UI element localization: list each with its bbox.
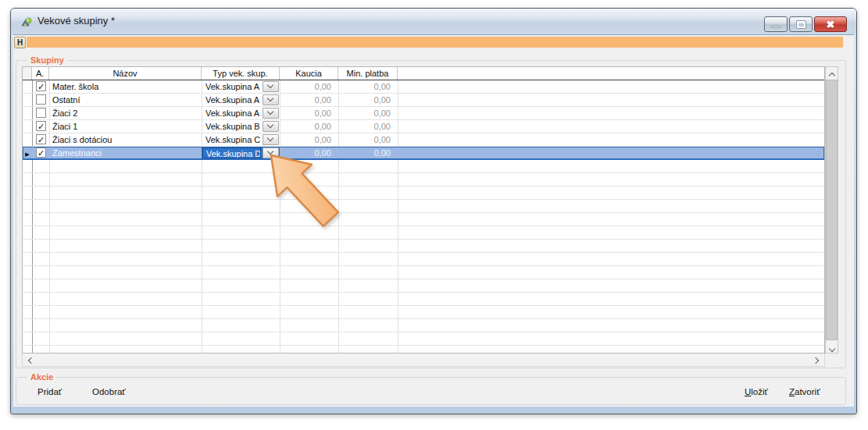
column-header-min-platba[interactable]: Min. platba [338,67,398,80]
typ-dropdown-button[interactable] [263,94,279,105]
chevron-down-icon [267,95,273,101]
min-platba-cell[interactable]: 0,00 [338,80,398,93]
scroll-down-button[interactable] [826,340,838,353]
empty-table-row[interactable] [23,200,824,213]
typ-cell[interactable]: Vek.skupina A [202,94,280,106]
kaucia-cell[interactable]: 0,00 [280,94,338,106]
nazov-cell[interactable]: Žiaci s dotáciou [49,133,202,146]
zatvorit-button[interactable]: Zatvoriť [789,387,820,396]
odobrat-button[interactable]: Odobrať [92,387,126,396]
accent-strip [27,37,843,48]
kaucia-cell[interactable]: 0,00 [280,80,338,93]
active-checkbox[interactable] [36,108,46,118]
h-toolbar-button[interactable]: H [14,37,26,48]
active-checkbox[interactable]: ✓ [36,147,46,158]
nazov-cell[interactable]: Žiaci 2 [49,107,202,119]
scroll-left-button[interactable] [24,354,37,365]
close-button[interactable]: ✖ [814,16,847,32]
active-cell: ✓ [32,120,49,133]
nazov-cell[interactable]: Zamestnanci [49,147,202,159]
typ-dropdown-button[interactable] [263,134,279,145]
window-title: Vekové skupiny * [38,15,115,27]
typ-dropdown-button[interactable] [263,121,279,132]
title-bar[interactable]: Vekové skupiny * ✖ [11,9,856,34]
min-platba-cell[interactable]: 0,00 [338,120,398,133]
groupbox-skupiny-label: Skupiny [27,55,67,65]
typ-cell[interactable]: Vek.skupina C [202,133,280,146]
empty-table-row[interactable] [23,319,824,332]
typ-value: Vek.skupina A [202,94,261,106]
app-icon [20,16,33,28]
maximize-button[interactable] [789,16,813,32]
active-checkbox[interactable]: ✓ [36,81,46,91]
column-header-kaucia[interactable]: Kaucia [280,67,338,80]
empty-table-row[interactable] [23,253,824,266]
min-platba-cell[interactable]: 0,00 [338,133,398,146]
typ-value: Vek.skupina B [202,120,261,133]
vertical-scrollbar[interactable] [825,66,838,354]
typ-cell[interactable]: Vek.skupina A [202,80,280,93]
groupbox-akcie: Akcie [16,377,846,405]
kaucia-cell[interactable]: 0,00 [280,133,338,146]
app-window: Vekové skupiny * ✖ H Skupiny A. Názov Ty… [10,8,857,414]
kaucia-cell[interactable]: 0,00 [280,120,338,133]
scroll-up-button[interactable] [826,67,838,80]
chevron-down-icon [267,122,273,128]
typ-dropdown-button[interactable] [263,108,279,119]
typ-cell[interactable]: Vek.skupina D [202,147,280,159]
chevron-down-icon [828,346,834,352]
row-selector-cell [23,107,32,119]
active-checkbox[interactable]: ✓ [36,121,46,131]
table-row[interactable]: Ostatní Vek.skupina A 0,00 0,00 [23,94,824,107]
min-platba-cell[interactable]: 0,00 [338,147,398,159]
nazov-cell[interactable]: Mater. škola [49,80,202,93]
active-checkbox[interactable] [36,94,46,105]
typ-cell[interactable]: Vek.skupina A [202,107,280,119]
typ-cell[interactable]: Vek.skupina B [202,120,280,133]
pridat-button[interactable]: Pridať [38,387,62,396]
ulozit-button[interactable]: Uložiť [745,387,768,396]
scroll-right-button[interactable] [810,354,823,365]
active-cell: ✓ [32,133,49,146]
kaucia-cell[interactable]: 0,00 [280,147,338,159]
empty-table-row[interactable] [23,266,824,279]
empty-table-row[interactable] [23,160,824,173]
table-row[interactable]: ✓ Žiaci 1 Vek.skupina B 0,00 0,00 [23,120,824,133]
empty-table-row[interactable] [23,173,824,187]
min-platba-cell[interactable]: 0,00 [338,94,398,106]
typ-dropdown-button[interactable] [263,147,279,158]
empty-table-row[interactable] [23,213,824,226]
row-selector-cell [23,80,32,93]
row-selector-cell: ▶ [23,147,32,159]
empty-table-row[interactable] [23,279,824,293]
empty-table-row[interactable] [23,226,824,240]
column-header-typ[interactable]: Typ vek. skup. [202,67,280,80]
chevron-down-icon [267,82,273,88]
table-row[interactable]: ✓ Mater. škola Vek.skupina A 0,00 0,00 [23,80,824,94]
nazov-cell[interactable]: Žiaci 1 [49,120,202,133]
empty-table-row[interactable] [23,293,824,306]
table-row[interactable]: ▶ ✓ Zamestnanci Vek.skupina D 0,00 0,00 [23,147,824,160]
typ-value: Vek.skupina A [202,80,261,93]
table-row[interactable]: ✓ Žiaci s dotáciou Vek.skupina C 0,00 0,… [23,133,824,147]
column-header-active[interactable]: A. [32,67,49,80]
chevron-up-icon [828,73,834,79]
empty-table-row[interactable] [23,332,824,346]
nazov-cell[interactable]: Ostatní [49,94,202,106]
empty-table-row[interactable] [23,240,824,253]
active-checkbox[interactable]: ✓ [36,134,46,144]
empty-table-row[interactable] [23,346,824,353]
minimize-button[interactable] [764,16,788,32]
vertical-scrollbar-thumb[interactable] [826,80,838,340]
horizontal-scrollbar[interactable] [22,354,825,367]
empty-table-row[interactable] [23,187,824,200]
empty-table-row[interactable] [23,306,824,319]
kaucia-cell[interactable]: 0,00 [280,107,338,119]
column-header-nazov[interactable]: Názov [49,67,202,80]
current-row-marker-icon: ▶ [25,151,29,157]
typ-dropdown-button[interactable] [263,81,279,92]
typ-value: Vek.skupina C [202,133,261,146]
min-platba-cell[interactable]: 0,00 [338,107,398,119]
row-selector-cell [23,120,32,133]
table-row[interactable]: Žiaci 2 Vek.skupina A 0,00 0,00 [23,107,824,120]
